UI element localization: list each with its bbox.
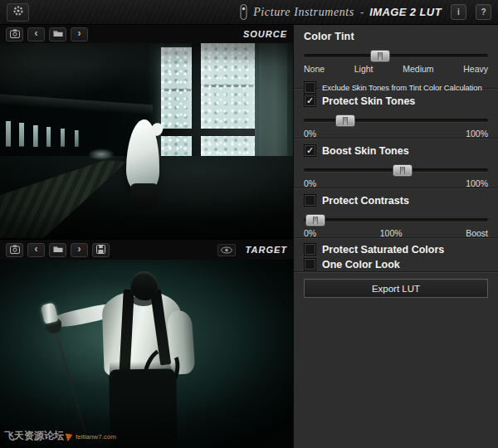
target-load-image-button[interactable] <box>6 243 23 257</box>
target-preview-toggle[interactable] <box>217 244 236 256</box>
boost-skin-tones-section: ✓ Boost Skin Tones 0% 100% <box>294 139 498 188</box>
prev-arrow-icon: ‹ <box>35 244 38 254</box>
target-toolbar: ‹ › TARGET <box>0 239 293 260</box>
watermark: 飞天资源论坛 feitianw7.com <box>4 429 116 443</box>
exclude-skin-tones-row: Exclude Skin Tones from Tint Color Calcu… <box>304 81 488 94</box>
tick-hundred: 100% <box>380 228 403 238</box>
tick-max: 100% <box>466 129 488 139</box>
folder-icon <box>53 245 63 255</box>
titlebar: Picture Instruments - IMAGE 2 LUT i ? <box>0 0 498 25</box>
protect-contrasts-row: Protect Contrasts <box>304 194 488 207</box>
color-tint-slider[interactable] <box>304 50 488 61</box>
one-color-look-row: One Color Look <box>304 258 488 270</box>
tick-zero: 0% <box>304 228 316 238</box>
boost-skin-tones-ticks: 0% 100% <box>304 178 488 188</box>
protect-skin-tones-row: ✓ Protect Skin Tones <box>304 95 488 107</box>
watermark-forum-text: 飞天资源论坛 <box>4 429 64 443</box>
color-tint-ticks: None Light Medium Heavy <box>304 64 488 74</box>
target-vignette <box>0 260 293 448</box>
boost-skin-tones-slider-handle[interactable] <box>393 164 413 177</box>
protect-contrasts-checkbox[interactable] <box>304 194 316 207</box>
camera-icon <box>10 29 20 40</box>
target-image[interactable] <box>0 260 293 448</box>
boost-skin-tones-slider[interactable] <box>304 164 488 176</box>
protect-saturated-colors-row: Protect Saturated Colors <box>304 243 488 256</box>
exclude-skin-tones-checkbox[interactable] <box>304 81 316 94</box>
gear-icon <box>12 5 24 20</box>
protect-skin-tones-label: Protect Skin Tones <box>322 95 415 107</box>
one-color-look-label: One Color Look <box>322 259 400 270</box>
protect-contrasts-section: Protect Contrasts 0% 100% Boost <box>294 188 498 238</box>
target-pane-label: TARGET <box>246 245 287 255</box>
watermark-site-text: feitianw7.com <box>76 433 116 441</box>
one-color-look-checkbox[interactable] <box>304 258 316 270</box>
protect-skin-tones-slider[interactable] <box>304 114 488 126</box>
watermark-logo <box>66 431 75 441</box>
app-subtitle: IMAGE 2 LUT <box>369 6 442 18</box>
tick-heavy: Heavy <box>463 64 488 74</box>
tick-light: Light <box>354 64 374 74</box>
tick-min: 0% <box>304 129 316 139</box>
protect-contrasts-slider[interactable] <box>304 214 488 226</box>
app-title: Picture Instruments <box>253 6 354 19</box>
protect-contrasts-slider-track[interactable] <box>304 218 488 222</box>
protect-contrasts-ticks: 0% 100% Boost <box>304 228 488 238</box>
protect-contrasts-slider-handle[interactable] <box>305 214 325 226</box>
exclude-skin-tones-label: Exclude Skin Tones from Tint Color Calcu… <box>322 83 482 92</box>
source-open-folder-button[interactable] <box>49 27 66 41</box>
source-prev-button[interactable]: ‹ <box>27 27 45 41</box>
camera-icon <box>10 245 20 256</box>
tick-boost: Boost <box>466 228 488 238</box>
target-prev-button[interactable]: ‹ <box>27 243 45 257</box>
tick-max: 100% <box>466 178 488 188</box>
protect-contrasts-label: Protect Contrasts <box>322 195 409 207</box>
eye-icon <box>221 244 232 256</box>
tick-medium: Medium <box>403 64 433 74</box>
protect-skin-tones-slider-track[interactable] <box>304 119 488 122</box>
color-tint-slider-handle[interactable] <box>370 50 390 62</box>
image2lut-window: Picture Instruments - IMAGE 2 LUT i ? ‹ <box>0 0 498 448</box>
next-arrow-icon: › <box>78 28 81 38</box>
tick-none: None <box>304 64 325 74</box>
boost-skin-tones-row: ✓ Boost Skin Tones <box>304 144 488 157</box>
image-column: ‹ › SOURCE <box>0 25 293 448</box>
info-button[interactable]: i <box>451 4 466 20</box>
title-group: Picture Instruments - IMAGE 2 LUT i ? <box>240 4 491 20</box>
source-image[interactable] <box>0 43 293 239</box>
protect-saturated-colors-label: Protect Saturated Colors <box>322 244 444 256</box>
save-icon <box>96 245 105 256</box>
boost-skin-tones-label: Boost Skin Tones <box>322 145 409 157</box>
next-arrow-icon: › <box>78 244 81 254</box>
protect-skin-tones-ticks: 0% 100% <box>304 129 488 139</box>
color-tint-slider-track[interactable] <box>304 54 488 57</box>
title-dash: - <box>360 6 364 18</box>
export-lut-button[interactable]: Export LUT <box>304 279 488 298</box>
protect-saturated-colors-checkbox[interactable] <box>304 243 316 256</box>
picture-instruments-logo <box>240 4 247 20</box>
target-next-button[interactable]: › <box>71 243 88 257</box>
target-save-button[interactable] <box>92 243 110 257</box>
source-vignette <box>0 43 293 238</box>
control-panel: Color Tint None Light Medium Heavy Exclu… <box>293 25 498 448</box>
settings-button[interactable] <box>7 3 29 22</box>
folder-icon <box>53 29 63 39</box>
target-open-folder-button[interactable] <box>49 243 66 257</box>
help-button[interactable]: ? <box>476 4 491 20</box>
color-tint-section: Color Tint None Light Medium Heavy Exclu… <box>294 25 498 89</box>
color-tint-title: Color Tint <box>304 31 488 42</box>
source-toolbar: ‹ › SOURCE <box>0 25 293 43</box>
source-load-image-button[interactable] <box>6 27 23 41</box>
export-section: Export LUT <box>294 272 498 304</box>
protect-skin-tones-section: ✓ Protect Skin Tones 0% 100% <box>294 89 498 139</box>
protect-skin-tones-slider-handle[interactable] <box>335 114 355 127</box>
tick-min: 0% <box>304 178 316 188</box>
source-next-button[interactable]: › <box>71 27 88 41</box>
protect-skin-tones-checkbox[interactable]: ✓ <box>304 95 316 107</box>
boost-skin-tones-checkbox[interactable]: ✓ <box>304 144 316 157</box>
source-pane-label: SOURCE <box>243 29 287 39</box>
prev-arrow-icon: ‹ <box>35 28 38 38</box>
color-options-section: Protect Saturated Colors One Color Look <box>294 238 498 272</box>
